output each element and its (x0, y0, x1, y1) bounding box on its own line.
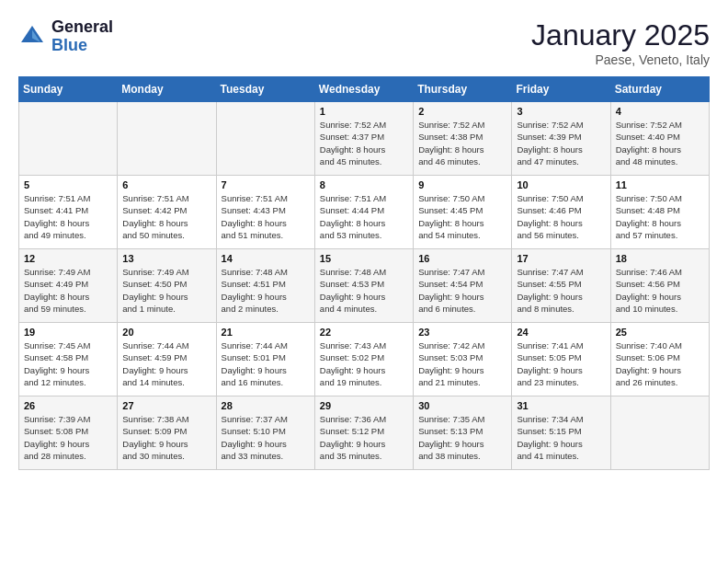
day-info: Sunrise: 7:37 AM Sunset: 5:10 PM Dayligh… (222, 413, 310, 462)
month-title: January 2025 (531, 18, 710, 52)
weekday-header-thursday: Thursday (414, 77, 512, 102)
day-number: 5 (24, 179, 112, 190)
day-number: 20 (122, 327, 210, 338)
day-number: 25 (616, 327, 704, 338)
day-info: Sunrise: 7:47 AM Sunset: 4:55 PM Dayligh… (517, 266, 605, 315)
location-subtitle: Paese, Veneto, Italy (531, 52, 710, 67)
day-number: 13 (122, 253, 210, 264)
day-info: Sunrise: 7:49 AM Sunset: 4:50 PM Dayligh… (122, 266, 210, 315)
day-cell: 27Sunrise: 7:38 AM Sunset: 5:09 PM Dayli… (118, 396, 216, 470)
day-info: Sunrise: 7:51 AM Sunset: 4:44 PM Dayligh… (320, 192, 408, 241)
day-cell: 7Sunrise: 7:51 AM Sunset: 4:43 PM Daylig… (216, 176, 314, 249)
day-number: 19 (24, 327, 112, 338)
weekday-header-tuesday: Tuesday (216, 77, 314, 102)
day-number: 29 (320, 400, 408, 411)
day-cell: 31Sunrise: 7:34 AM Sunset: 5:15 PM Dayli… (512, 396, 610, 470)
week-row-2: 5Sunrise: 7:51 AM Sunset: 4:41 PM Daylig… (19, 176, 710, 249)
day-number: 17 (517, 253, 605, 264)
day-info: Sunrise: 7:40 AM Sunset: 5:06 PM Dayligh… (616, 339, 704, 388)
day-number: 14 (222, 253, 310, 264)
logo-blue: Blue (51, 37, 113, 55)
day-cell: 12Sunrise: 7:49 AM Sunset: 4:49 PM Dayli… (19, 249, 118, 323)
logo: General Blue (18, 18, 113, 55)
day-info: Sunrise: 7:46 AM Sunset: 4:56 PM Dayligh… (616, 266, 704, 315)
day-cell: 18Sunrise: 7:46 AM Sunset: 4:56 PM Dayli… (610, 249, 709, 323)
day-cell: 9Sunrise: 7:50 AM Sunset: 4:45 PM Daylig… (414, 176, 512, 249)
day-number: 31 (517, 400, 605, 411)
day-info: Sunrise: 7:50 AM Sunset: 4:48 PM Dayligh… (616, 192, 704, 241)
day-cell (118, 102, 216, 176)
week-row-5: 26Sunrise: 7:39 AM Sunset: 5:08 PM Dayli… (19, 396, 710, 470)
day-cell (19, 102, 118, 176)
day-info: Sunrise: 7:44 AM Sunset: 5:01 PM Dayligh… (222, 339, 310, 388)
day-number: 23 (418, 327, 506, 338)
day-number: 18 (616, 253, 704, 264)
day-cell: 8Sunrise: 7:51 AM Sunset: 4:44 PM Daylig… (314, 176, 413, 249)
day-cell: 16Sunrise: 7:47 AM Sunset: 4:54 PM Dayli… (414, 249, 512, 323)
day-cell: 14Sunrise: 7:48 AM Sunset: 4:51 PM Dayli… (216, 249, 314, 323)
day-info: Sunrise: 7:45 AM Sunset: 4:58 PM Dayligh… (24, 339, 112, 388)
day-number: 3 (517, 106, 605, 117)
week-row-1: 1Sunrise: 7:52 AM Sunset: 4:37 PM Daylig… (19, 102, 710, 176)
day-cell: 19Sunrise: 7:45 AM Sunset: 4:58 PM Dayli… (19, 323, 118, 396)
day-cell: 4Sunrise: 7:52 AM Sunset: 4:40 PM Daylig… (610, 102, 709, 176)
weekday-header-saturday: Saturday (610, 77, 709, 102)
day-number: 11 (616, 179, 704, 190)
day-cell: 21Sunrise: 7:44 AM Sunset: 5:01 PM Dayli… (216, 323, 314, 396)
day-info: Sunrise: 7:48 AM Sunset: 4:51 PM Dayligh… (222, 266, 310, 315)
day-cell: 30Sunrise: 7:35 AM Sunset: 5:13 PM Dayli… (414, 396, 512, 470)
day-info: Sunrise: 7:48 AM Sunset: 4:53 PM Dayligh… (320, 266, 408, 315)
day-info: Sunrise: 7:42 AM Sunset: 5:03 PM Dayligh… (418, 339, 506, 388)
day-info: Sunrise: 7:52 AM Sunset: 4:39 PM Dayligh… (517, 119, 605, 167)
day-number: 24 (517, 327, 605, 338)
weekday-header-wednesday: Wednesday (314, 77, 413, 102)
logo-text: General Blue (51, 18, 113, 55)
day-cell: 25Sunrise: 7:40 AM Sunset: 5:06 PM Dayli… (610, 323, 709, 396)
day-cell: 5Sunrise: 7:51 AM Sunset: 4:41 PM Daylig… (19, 176, 118, 249)
day-cell: 10Sunrise: 7:50 AM Sunset: 4:46 PM Dayli… (512, 176, 610, 249)
logo-icon (18, 23, 46, 51)
day-cell: 11Sunrise: 7:50 AM Sunset: 4:48 PM Dayli… (610, 176, 709, 249)
day-info: Sunrise: 7:51 AM Sunset: 4:41 PM Dayligh… (24, 192, 112, 241)
day-number: 1 (320, 106, 408, 117)
day-number: 22 (320, 327, 408, 338)
weekday-header-row: SundayMondayTuesdayWednesdayThursdayFrid… (19, 77, 710, 102)
day-info: Sunrise: 7:50 AM Sunset: 4:46 PM Dayligh… (517, 192, 605, 241)
day-cell: 29Sunrise: 7:36 AM Sunset: 5:12 PM Dayli… (314, 396, 413, 470)
day-info: Sunrise: 7:36 AM Sunset: 5:12 PM Dayligh… (320, 413, 408, 462)
week-row-4: 19Sunrise: 7:45 AM Sunset: 4:58 PM Dayli… (19, 323, 710, 396)
weekday-header-monday: Monday (118, 77, 216, 102)
day-number: 21 (222, 327, 310, 338)
day-cell: 28Sunrise: 7:37 AM Sunset: 5:10 PM Dayli… (216, 396, 314, 470)
day-info: Sunrise: 7:43 AM Sunset: 5:02 PM Dayligh… (320, 339, 408, 388)
day-cell: 17Sunrise: 7:47 AM Sunset: 4:55 PM Dayli… (512, 249, 610, 323)
day-cell: 22Sunrise: 7:43 AM Sunset: 5:02 PM Dayli… (314, 323, 413, 396)
title-area: January 2025 Paese, Veneto, Italy (531, 18, 710, 67)
day-number: 27 (122, 400, 210, 411)
day-cell: 23Sunrise: 7:42 AM Sunset: 5:03 PM Dayli… (414, 323, 512, 396)
day-number: 8 (320, 179, 408, 190)
day-info: Sunrise: 7:44 AM Sunset: 4:59 PM Dayligh… (122, 339, 210, 388)
day-number: 4 (616, 106, 704, 117)
day-info: Sunrise: 7:38 AM Sunset: 5:09 PM Dayligh… (122, 413, 210, 462)
page-header: General Blue January 2025 Paese, Veneto,… (18, 18, 710, 67)
week-row-3: 12Sunrise: 7:49 AM Sunset: 4:49 PM Dayli… (19, 249, 710, 323)
day-cell: 3Sunrise: 7:52 AM Sunset: 4:39 PM Daylig… (512, 102, 610, 176)
day-info: Sunrise: 7:51 AM Sunset: 4:42 PM Dayligh… (122, 192, 210, 241)
day-info: Sunrise: 7:52 AM Sunset: 4:40 PM Dayligh… (616, 119, 704, 167)
calendar-table: SundayMondayTuesdayWednesdayThursdayFrid… (18, 76, 710, 470)
day-cell: 20Sunrise: 7:44 AM Sunset: 4:59 PM Dayli… (118, 323, 216, 396)
day-info: Sunrise: 7:51 AM Sunset: 4:43 PM Dayligh… (222, 192, 310, 241)
day-number: 6 (122, 179, 210, 190)
day-number: 30 (418, 400, 506, 411)
day-number: 28 (222, 400, 310, 411)
day-cell: 2Sunrise: 7:52 AM Sunset: 4:38 PM Daylig… (414, 102, 512, 176)
day-info: Sunrise: 7:34 AM Sunset: 5:15 PM Dayligh… (517, 413, 605, 462)
day-cell: 24Sunrise: 7:41 AM Sunset: 5:05 PM Dayli… (512, 323, 610, 396)
day-number: 9 (418, 179, 506, 190)
day-number: 10 (517, 179, 605, 190)
day-info: Sunrise: 7:39 AM Sunset: 5:08 PM Dayligh… (24, 413, 112, 462)
day-info: Sunrise: 7:49 AM Sunset: 4:49 PM Dayligh… (24, 266, 112, 315)
day-number: 15 (320, 253, 408, 264)
day-info: Sunrise: 7:41 AM Sunset: 5:05 PM Dayligh… (517, 339, 605, 388)
